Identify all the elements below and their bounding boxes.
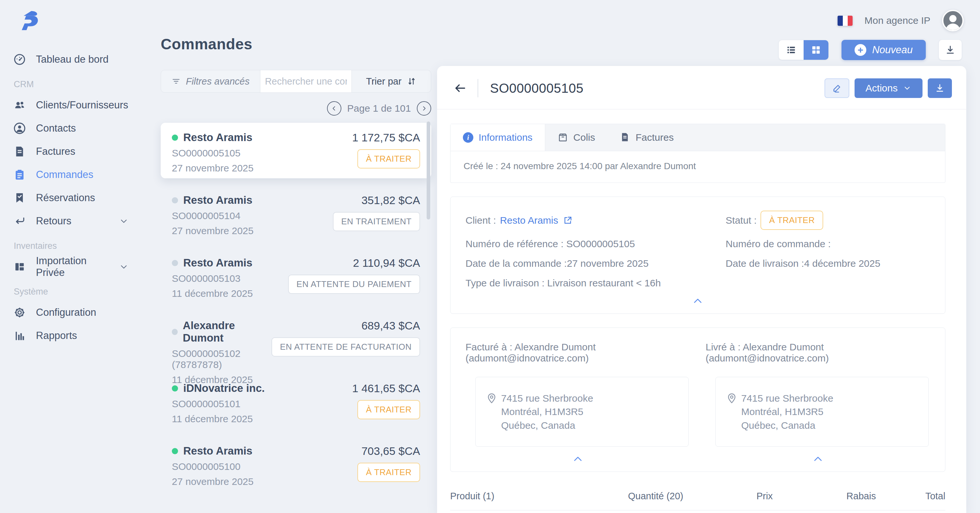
status-dot xyxy=(172,197,178,203)
sidebar-item-label: Tableau de bord xyxy=(36,54,108,65)
billed-to-label: Facturé à : Alexandre Dumont (adumont@id… xyxy=(466,341,690,364)
sidebar-item-label: Configuration xyxy=(36,307,96,318)
actions-button-label: Actions xyxy=(865,83,898,94)
address-line: 7415 rue Sherbrooke xyxy=(501,392,593,405)
list-view-button[interactable] xyxy=(779,40,803,60)
billing-address-box: 7415 rue Sherbrooke Montréal, H1M3R5 Qué… xyxy=(475,377,689,447)
status-dot xyxy=(172,329,178,335)
chevron-down-icon xyxy=(903,84,912,92)
order-date-line: Date de la commande :27 novembre 2025 xyxy=(466,258,725,269)
sidebar-section-crm: CRM xyxy=(14,79,154,89)
download-order-button[interactable] xyxy=(928,78,952,98)
next-page-button[interactable] xyxy=(417,101,431,116)
chevron-down-icon xyxy=(119,217,128,225)
order-amount: 1 172,75 $CA xyxy=(352,131,420,144)
download-icon xyxy=(945,44,956,56)
col-produit: Produit (1) xyxy=(450,491,614,502)
filter-bar: Filtres avancés Trier par xyxy=(161,70,431,93)
collapse-chevron-icon[interactable] xyxy=(466,447,690,466)
sidebar-item-commandes[interactable]: Commandes xyxy=(13,163,154,186)
sidebar-item-contacts[interactable]: Contacts xyxy=(13,117,154,140)
edit-button[interactable] xyxy=(824,78,850,98)
previous-page-button[interactable] xyxy=(327,101,341,116)
app-logo-icon[interactable] xyxy=(17,9,40,32)
order-number-line: Numéro de commande : xyxy=(725,238,930,249)
status-badge: EN ATTENTE DE FACTURATION xyxy=(272,337,420,357)
pagination-label: Page 1 de 101 xyxy=(347,103,411,114)
grid-view-button[interactable] xyxy=(803,40,829,60)
col-total: Total xyxy=(891,491,945,502)
sidebar-item-label: Clients/Fournisseurs xyxy=(36,99,128,111)
columns-icon xyxy=(13,260,26,273)
export-button[interactable] xyxy=(939,40,962,60)
sidebar-item-clients-fournisseurs[interactable]: Clients/Fournisseurs xyxy=(13,94,154,117)
user-avatar[interactable] xyxy=(942,10,964,31)
sidebar-item-factures[interactable]: Factures xyxy=(13,140,154,163)
sort-button[interactable]: Trier par xyxy=(352,70,431,92)
status-badge: EN ATTENTE DU PAIEMENT xyxy=(288,275,420,294)
sidebar-item-label: Factures xyxy=(36,146,75,157)
view-toggle xyxy=(779,40,829,60)
client-link[interactable]: Resto Aramis xyxy=(500,215,572,226)
pencil-icon xyxy=(832,83,842,94)
client-line: Client : Resto Aramis xyxy=(466,211,725,230)
status-badge: À TRAITER xyxy=(357,149,420,168)
advanced-filters-button[interactable]: Filtres avancés xyxy=(161,70,260,92)
france-flag-icon[interactable] xyxy=(838,16,853,26)
billing-column: Facturé à : Alexandre Dumont (adumont@id… xyxy=(466,341,690,466)
status-dot xyxy=(172,135,178,141)
table-row: Voillot Bourgogne Rouge 2021 Caisse (x12… xyxy=(450,510,945,513)
order-card[interactable]: Resto Aramis SO0000005105 27 novembre 20… xyxy=(161,123,431,178)
order-client: Resto Aramis xyxy=(183,131,253,144)
return-arrow-icon xyxy=(13,214,26,228)
order-card[interactable]: Resto Aramis SO0000005100 27 novembre 20… xyxy=(161,436,431,492)
order-reference: SO0000005101 xyxy=(172,399,265,410)
order-card[interactable]: Resto Aramis SO0000005104 27 novembre 20… xyxy=(161,186,431,241)
sidebar-item-label: Rapports xyxy=(36,330,77,341)
tab-label: Informations xyxy=(479,132,533,143)
collapse-chevron-icon[interactable] xyxy=(466,289,930,308)
sidebar-item-configuration[interactable]: Configuration xyxy=(13,301,154,324)
download-icon xyxy=(935,83,945,94)
sidebar-item-reservations[interactable]: Réservations xyxy=(13,186,154,209)
status-dot xyxy=(172,385,178,392)
tab-colis[interactable]: Colis xyxy=(545,124,608,151)
addresses-card: Facturé à : Alexandre Dumont (adumont@id… xyxy=(450,327,945,472)
advanced-filters-label: Filtres avancés xyxy=(186,76,250,87)
status-dot xyxy=(172,448,178,454)
actions-button[interactable]: Actions xyxy=(854,78,923,98)
order-date: 11 décembre 2025 xyxy=(172,413,265,424)
sidebar-item-rapports[interactable]: Rapports xyxy=(13,324,154,347)
order-card[interactable]: Alexandre Dumont SO0000005102 (78787878)… xyxy=(161,311,431,366)
sidebar-item-retours[interactable]: Retours xyxy=(13,209,154,232)
order-client: Resto Aramis xyxy=(183,257,253,269)
bookmark-check-icon xyxy=(13,191,26,205)
status-dot xyxy=(172,260,178,266)
chevron-down-icon xyxy=(119,262,128,271)
sidebar-item-dashboard[interactable]: Tableau de bord xyxy=(13,48,154,71)
tab-informations[interactable]: i Informations xyxy=(450,124,545,151)
page-title: Commandes xyxy=(161,35,431,53)
sidebar-item-label: Réservations xyxy=(36,192,95,204)
order-card[interactable]: iDNovatrice inc. SO0000005101 11 décembr… xyxy=(161,373,431,429)
order-date: 27 novembre 2025 xyxy=(172,476,253,487)
orders-list-panel: Commandes Filtres avancés Trier par Page… xyxy=(161,35,431,492)
location-pin-icon xyxy=(727,393,737,405)
reference-line: Numéro de référence : SO0000005105 xyxy=(466,238,725,249)
back-arrow-icon[interactable] xyxy=(453,82,468,95)
address-line: Québec, Canada xyxy=(741,419,833,432)
package-icon xyxy=(558,132,568,143)
filter-icon xyxy=(172,77,181,86)
list-scrollbar[interactable] xyxy=(426,121,430,219)
search-box xyxy=(260,70,352,92)
nouveau-button[interactable]: + Nouveau xyxy=(842,40,926,60)
collapse-chevron-icon[interactable] xyxy=(706,447,930,466)
invoice-icon xyxy=(620,132,630,143)
tab-factures[interactable]: Factures xyxy=(608,124,686,151)
search-input[interactable] xyxy=(265,76,347,87)
sidebar-item-importation-privee[interactable]: Importation Privée xyxy=(13,255,154,278)
order-card[interactable]: Resto Aramis SO0000005103 11 décembre 20… xyxy=(161,248,431,304)
order-client: Alexandre Dumont xyxy=(183,319,272,344)
order-client: Resto Aramis xyxy=(183,445,253,457)
detail-header: SO0000005105 Actions xyxy=(437,66,966,109)
